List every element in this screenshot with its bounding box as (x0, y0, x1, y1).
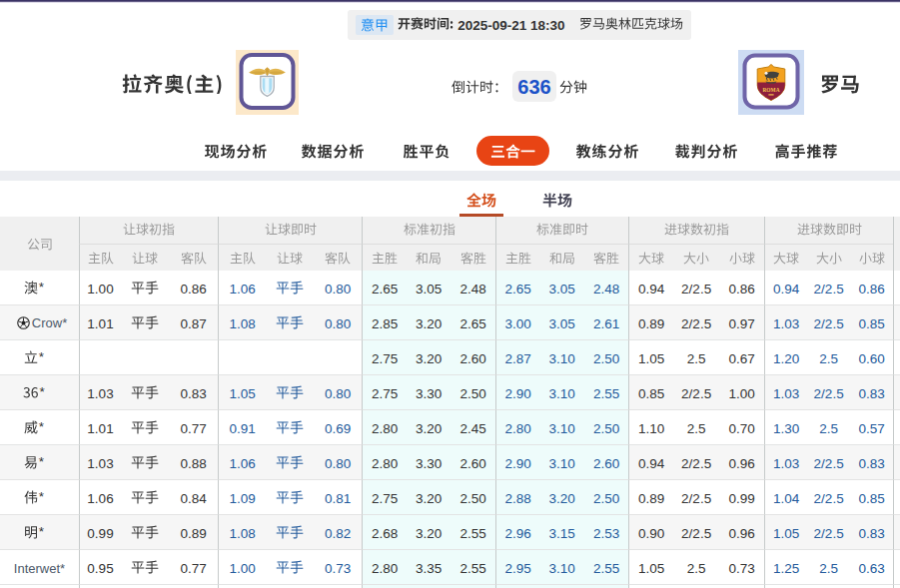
svg-text:ROMA: ROMA (762, 87, 779, 93)
